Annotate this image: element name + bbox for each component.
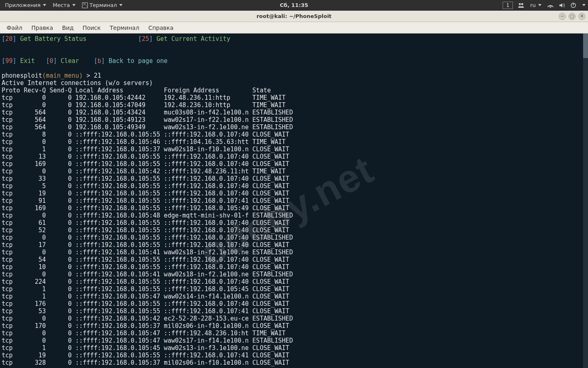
terminal-label: Терминал — [89, 2, 117, 8]
terminal-launcher[interactable]: Терминал — [80, 1, 125, 9]
close-button[interactable]: ✕ — [578, 13, 586, 20]
power-icon[interactable] — [570, 2, 577, 9]
scrollbar-track[interactable] — [583, 34, 588, 368]
network-icon[interactable] — [547, 2, 554, 9]
svg-point-0 — [519, 3, 521, 5]
gnome-top-panel: Приложения Места Терминал Сб, 11:35 1 ru — [0, 0, 588, 11]
menu-view[interactable]: Вид — [58, 24, 78, 32]
workspace-indicator[interactable]: 1 — [503, 2, 513, 9]
menu-edit[interactable]: Правка — [27, 24, 57, 32]
maximize-button[interactable]: ▢ — [568, 13, 576, 20]
menu-file[interactable]: Файл — [2, 24, 27, 32]
terminal-window: root@kali: ~/PhoneSploit ─ ▢ ✕ Файл Прав… — [0, 11, 588, 368]
window-title: root@kali: ~/PhoneSploit — [256, 13, 332, 19]
terminal-viewport[interactable]: odeby.net [20] Get Battery Status [25] G… — [0, 34, 588, 368]
applications-menu[interactable]: Приложения — [2, 1, 49, 9]
places-label: Места — [53, 2, 70, 8]
locale-label: ru — [530, 2, 536, 8]
terminal-output[interactable]: [20] Get Battery Status [25] Get Current… — [0, 34, 588, 366]
menu-help[interactable]: Справка — [144, 24, 178, 32]
clock[interactable]: Сб, 11:35 — [280, 2, 308, 8]
svg-point-1 — [521, 3, 523, 5]
scrollbar-thumb[interactable] — [583, 34, 588, 58]
chevron-down-icon — [72, 4, 76, 6]
chevron-down-icon — [582, 4, 586, 6]
window-titlebar[interactable]: root@kali: ~/PhoneSploit ─ ▢ ✕ — [0, 11, 588, 22]
keyboard-layout[interactable]: ru — [529, 1, 542, 9]
minimize-button[interactable]: ─ — [559, 13, 566, 20]
svg-point-2 — [550, 7, 551, 8]
volume-icon[interactable] — [559, 2, 565, 9]
chevron-down-icon — [43, 4, 46, 6]
chevron-down-icon — [119, 4, 122, 6]
places-menu[interactable]: Места — [50, 1, 78, 9]
menu-terminal[interactable]: Терминал — [106, 24, 143, 32]
applications-label: Приложения — [5, 2, 40, 8]
chevron-down-icon — [538, 4, 541, 6]
menu-search[interactable]: Поиск — [78, 24, 105, 32]
app-menubar: Файл Правка Вид Поиск Терминал Справка — [0, 22, 588, 34]
terminal-icon — [82, 2, 88, 8]
users-icon[interactable] — [518, 2, 524, 9]
